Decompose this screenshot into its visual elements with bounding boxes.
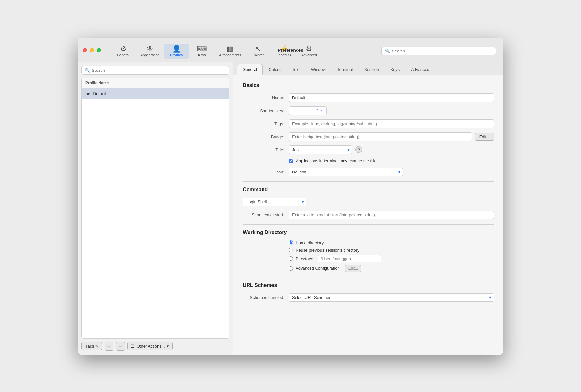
tab-terminal[interactable]: Terminal [332, 64, 358, 75]
profile-item-default[interactable]: ★ Default [82, 88, 229, 99]
title-label: Title: [243, 147, 284, 152]
toolbar-item-general[interactable]: ⚙ General [111, 44, 136, 59]
apps-change-title-label: Applications in terminal may change the … [296, 159, 377, 163]
appearance-icon: 👁 [147, 45, 154, 52]
toolbar-label-profiles: Profiles [170, 53, 183, 57]
add-profile-button[interactable]: + [105, 342, 113, 351]
send-text-input[interactable] [289, 211, 494, 219]
toolbar-item-profiles[interactable]: 👤 Profiles [164, 44, 189, 59]
traffic-lights [83, 48, 101, 52]
toolbar-label-pointer: Pointer [253, 53, 264, 57]
command-select-row: Login Shell ▾ [243, 198, 494, 206]
radio-directory-input[interactable] [289, 256, 293, 261]
sidebar: 🔍 Profile Name ★ Default · Tags > + − ☰ [78, 62, 233, 355]
tab-window[interactable]: Window [306, 64, 331, 75]
search-input[interactable] [392, 49, 492, 53]
toolbar-label-appearance: Appearance [140, 53, 159, 57]
tab-colors[interactable]: Colors [263, 64, 286, 75]
close-button[interactable] [83, 48, 87, 52]
toolbar-item-appearance[interactable]: 👁 Appearance [136, 44, 164, 59]
schemes-select[interactable]: Select URL Schemes... [289, 293, 494, 302]
tab-general[interactable]: General [237, 64, 263, 75]
radio-home-input[interactable] [289, 240, 293, 245]
title-help-button[interactable]: ? [355, 146, 362, 153]
badge-edit-button[interactable]: Edit... [475, 133, 494, 141]
radio-home: Home directory [289, 240, 494, 245]
icon-select-wrapper: No Icon ▾ [289, 168, 403, 176]
radio-advanced-config-input[interactable] [289, 266, 293, 271]
tab-bar: General Colors Text Window Terminal Sess… [233, 62, 503, 75]
icon-row: Icon: No Icon ▾ [243, 168, 494, 176]
main-content: 🔍 Profile Name ★ Default · Tags > + − ☰ [78, 62, 503, 355]
send-text-label: Send text at start: [243, 213, 284, 217]
toolbar-item-pointer[interactable]: ↖ Pointer [245, 44, 271, 59]
titlebar: Preferences ⚙ General 👁 Appearance 👤 Pro… [78, 38, 503, 62]
tags-input[interactable] [289, 119, 494, 128]
other-actions-chevron-icon: ▾ [167, 344, 169, 348]
toolbar-item-arrangements[interactable]: ▦ Arrangements [215, 44, 245, 59]
toolbar-label-advanced: Advanced [301, 53, 317, 57]
name-row: Name: [243, 93, 494, 102]
badge-input[interactable] [289, 132, 472, 141]
radio-directory-label: Directory: [296, 256, 313, 261]
tab-advanced[interactable]: Advanced [406, 64, 435, 75]
title-select-wrapper: Job ▾ [289, 145, 352, 154]
tab-text[interactable]: Text [287, 64, 305, 75]
settings-content: Basics Name: Shortcut key: ⌃⌥ [233, 75, 503, 355]
badge-label: Badge: [243, 134, 284, 139]
tab-keys[interactable]: Keys [385, 64, 405, 75]
toolbar-label-arrangements: Arrangements [219, 53, 241, 57]
toolbar-label-general: General [117, 53, 129, 57]
title-row: Title: Job ▾ ? [243, 145, 494, 154]
resize-handle[interactable]: · [153, 196, 156, 206]
name-label: Name: [243, 95, 284, 100]
search-icon: 🔍 [385, 49, 390, 53]
directory-path-input[interactable] [318, 255, 381, 262]
toolbar-item-keys[interactable]: ⌨ Keys [189, 44, 215, 59]
tags-button[interactable]: Tags > [81, 342, 102, 350]
icon-label: Icon: [243, 170, 284, 174]
schemes-label: Schemes handled: [243, 295, 284, 300]
radio-reuse-label: Reuse previous session's directory [296, 248, 359, 253]
badge-row: Badge: Edit... [243, 132, 494, 141]
command-divider [243, 224, 494, 225]
title-select[interactable]: Job [289, 145, 352, 154]
basics-divider [243, 181, 494, 182]
preferences-window: Preferences ⚙ General 👁 Appearance 👤 Pro… [78, 38, 503, 355]
icon-select[interactable]: No Icon [289, 168, 403, 176]
sidebar-search-input[interactable] [92, 68, 226, 73]
window-title: Preferences [278, 48, 303, 53]
name-input[interactable] [289, 93, 494, 102]
shortcut-row: Shortcut key: ⌃⌥ [243, 106, 494, 115]
other-actions-button[interactable]: ☰ Other Actions... ▾ [127, 342, 173, 350]
schemes-select-wrapper: Select URL Schemes... ▾ [289, 293, 494, 302]
sidebar-search-container: 🔍 [81, 66, 229, 75]
tab-session[interactable]: Session [359, 64, 384, 75]
apps-change-title-checkbox[interactable] [289, 159, 293, 163]
working-dir-section-title: Working Directory [243, 230, 494, 235]
sidebar-search-icon: 🔍 [85, 68, 90, 73]
minimize-button[interactable] [90, 48, 94, 52]
toolbar-label-shortcuts: Shortcuts [276, 53, 291, 57]
radio-reuse: Reuse previous session's directory [289, 248, 494, 253]
profile-name-default: Default [93, 91, 107, 96]
profiles-icon: 👤 [172, 45, 181, 52]
command-select[interactable]: Login Shell [243, 198, 306, 206]
sidebar-bottom: Tags > + − ☰ Other Actions... ▾ [81, 339, 229, 351]
remove-profile-button[interactable]: − [116, 342, 125, 351]
profile-list-header: Profile Name [82, 78, 229, 88]
radio-home-label: Home directory [296, 240, 324, 245]
default-star-icon: ★ [86, 91, 90, 96]
general-icon: ⚙ [120, 45, 126, 52]
shortcut-select-wrapper: ⌃⌥ [289, 106, 327, 115]
advanced-config-edit-button[interactable]: Edit... [345, 265, 362, 272]
shortcut-select[interactable] [289, 106, 327, 115]
zoom-button[interactable] [97, 48, 101, 52]
toolbar: ⚙ General 👁 Appearance 👤 Profiles ⌨ Keys… [111, 42, 498, 59]
keys-icon: ⌨ [197, 45, 207, 52]
working-dir-radio-group: Home directory Reuse previous session's … [289, 240, 494, 272]
radio-advanced-config-label: Advanced Configuration [296, 266, 340, 271]
send-text-row: Send text at start: [243, 211, 494, 219]
radio-directory: Directory: [289, 255, 494, 262]
radio-reuse-input[interactable] [289, 248, 293, 252]
